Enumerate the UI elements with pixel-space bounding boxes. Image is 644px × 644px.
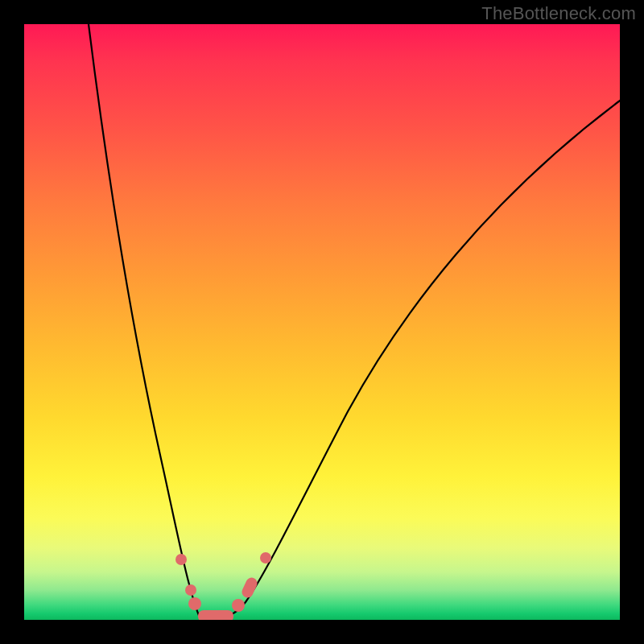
- plot-area: [24, 24, 620, 620]
- marker-dot: [175, 554, 187, 565]
- marker-dot: [232, 599, 245, 612]
- right-curve: [209, 101, 620, 620]
- marker-dot: [185, 584, 196, 596]
- marker-pill: [198, 610, 233, 620]
- svg-rect-0: [240, 576, 259, 599]
- chart-frame: TheBottleneck.com: [0, 0, 644, 644]
- marker-pill: [240, 576, 259, 599]
- curve-layer: [24, 24, 620, 620]
- marker-dot: [260, 552, 271, 564]
- watermark-text: TheBottleneck.com: [481, 3, 636, 24]
- left-curve: [89, 24, 209, 620]
- marker-dot: [188, 597, 201, 610]
